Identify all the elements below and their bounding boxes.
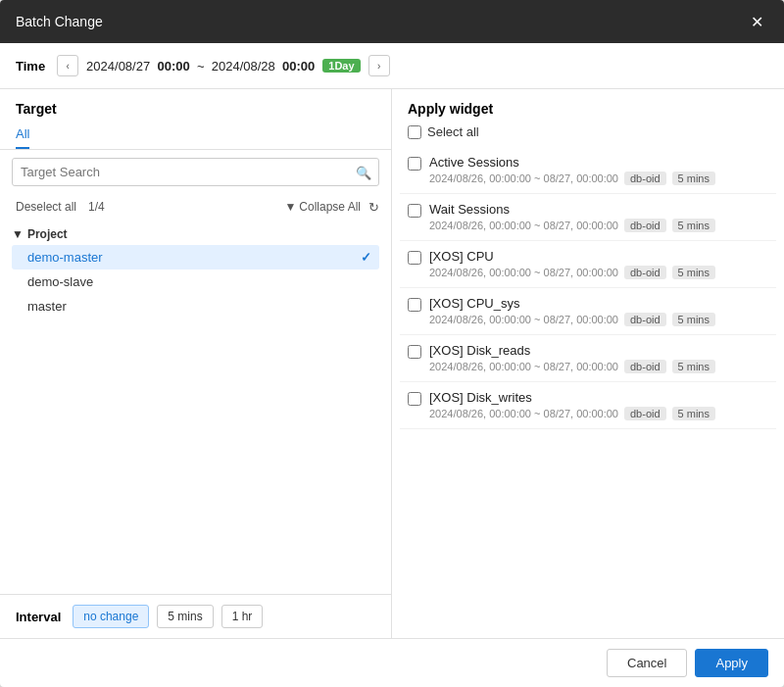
widget-info-active-sessions: Active Sessions 2024/08/26, 00:00:00 ~ 0… [429, 155, 768, 185]
refresh-button[interactable]: ↻ [368, 200, 379, 215]
tree-item-demo-slave[interactable]: demo-slave [12, 270, 379, 294]
controls-bar: Deselect all 1/4 ▼ Collapse All ↻ [0, 194, 391, 220]
target-panel-title: Target [0, 89, 391, 121]
widget-tag-interval: 5 mins [672, 266, 715, 279]
widget-item-wait-sessions: Wait Sessions 2024/08/26, 00:00:00 ~ 08/… [400, 194, 776, 241]
widget-checkbox-xos-disk-reads[interactable] [408, 345, 421, 359]
widget-date-range: 2024/08/26, 00:00:00 ~ 08/27, 00:00:00 [429, 220, 618, 231]
widget-tag-source: db-oid [624, 219, 666, 232]
time-bar: Time ‹ 2024/08/27 00:00 ~ 2024/08/28 00:… [0, 43, 784, 89]
widget-date-range: 2024/08/26, 00:00:00 ~ 08/27, 00:00:00 [429, 408, 618, 419]
search-icon: 🔍 [356, 165, 371, 179]
target-search-input[interactable] [12, 158, 379, 186]
time-duration-badge: 1Day [322, 59, 360, 73]
select-all-row: Select all [392, 121, 784, 147]
widget-tag-interval: 5 mins [672, 219, 715, 232]
widget-name: Wait Sessions [429, 202, 768, 217]
widget-item-xos-cpu: [XOS] CPU 2024/08/26, 00:00:00 ~ 08/27, … [400, 241, 776, 288]
cancel-button[interactable]: Cancel [607, 649, 687, 677]
widget-date-range: 2024/08/26, 00:00:00 ~ 08/27, 00:00:00 [429, 172, 618, 184]
widget-tag-source: db-oid [624, 360, 666, 373]
widget-info-xos-disk-reads: [XOS] Disk_reads 2024/08/26, 00:00:00 ~ … [429, 343, 768, 373]
tree-item-label: demo-slave [27, 274, 93, 289]
check-icon: ✓ [361, 250, 371, 265]
time-prev-button[interactable]: ‹ [57, 55, 78, 76]
select-all-label: Select all [427, 124, 479, 139]
close-button[interactable]: ✕ [745, 10, 768, 33]
content-area: Target All 🔍 Deselect all 1/4 ▼ Collapse… [0, 89, 784, 638]
tab-all[interactable]: All [16, 121, 29, 149]
tree-item-label: demo-master [27, 250, 103, 265]
widget-tag-source: db-oid [624, 407, 666, 420]
search-box: 🔍 [12, 158, 379, 186]
collapse-all-label: Collapse All [299, 200, 361, 214]
widget-info-wait-sessions: Wait Sessions 2024/08/26, 00:00:00 ~ 08/… [429, 202, 768, 232]
time-next-button[interactable]: › [368, 55, 390, 76]
select-all-checkbox[interactable] [408, 125, 421, 139]
widget-list: Active Sessions 2024/08/26, 00:00:00 ~ 0… [392, 147, 784, 638]
interval-bar: Interval no change 5 mins 1 hr [0, 594, 391, 638]
time-range-display: 2024/08/27 00:00 ~ 2024/08/28 00:00 [86, 59, 315, 74]
widget-meta: 2024/08/26, 00:00:00 ~ 08/27, 00:00:00 d… [429, 313, 768, 326]
tree-item-master[interactable]: master [12, 294, 379, 319]
widget-meta: 2024/08/26, 00:00:00 ~ 08/27, 00:00:00 d… [429, 172, 768, 185]
time-end-time: 00:00 [282, 59, 315, 74]
collapse-all-button[interactable]: ▼ Collapse All [284, 200, 361, 214]
project-group-label[interactable]: ▼ Project [12, 223, 379, 245]
widget-item-xos-cpu-sys: [XOS] CPU_sys 2024/08/26, 00:00:00 ~ 08/… [400, 288, 776, 335]
right-panel: Apply widget Select all Active Sessions … [392, 89, 784, 638]
widget-checkbox-active-sessions[interactable] [408, 157, 421, 171]
modal-title: Batch Change [16, 14, 103, 29]
time-end-date: 2024/08/28 [212, 59, 275, 74]
interval-label: Interval [16, 610, 61, 624]
tree-item-demo-master[interactable]: demo-master ✓ [12, 245, 379, 270]
widget-item-xos-disk-writes: [XOS] Disk_writes 2024/08/26, 00:00:00 ~… [400, 382, 776, 429]
collapse-arrow-icon: ▼ [284, 200, 296, 214]
widget-item-xos-disk-reads: [XOS] Disk_reads 2024/08/26, 00:00:00 ~ … [400, 335, 776, 382]
time-start-date: 2024/08/27 [86, 59, 150, 74]
deselect-all-button[interactable]: Deselect all [12, 198, 80, 216]
batch-change-modal: Batch Change ✕ Time ‹ 2024/08/27 00:00 ~… [0, 0, 784, 687]
widget-meta: 2024/08/26, 00:00:00 ~ 08/27, 00:00:00 d… [429, 219, 768, 232]
widget-item-active-sessions: Active Sessions 2024/08/26, 00:00:00 ~ 0… [400, 147, 776, 194]
widget-checkbox-xos-cpu[interactable] [408, 251, 421, 265]
widget-tag-source: db-oid [624, 266, 666, 279]
project-label: Project [27, 227, 68, 241]
apply-button[interactable]: Apply [695, 649, 768, 677]
left-panel: Target All 🔍 Deselect all 1/4 ▼ Collapse… [0, 89, 392, 638]
widget-tag-interval: 5 mins [672, 313, 715, 326]
widget-info-xos-cpu-sys: [XOS] CPU_sys 2024/08/26, 00:00:00 ~ 08/… [429, 296, 768, 326]
chevron-down-icon: ▼ [12, 227, 24, 241]
widget-meta: 2024/08/26, 00:00:00 ~ 08/27, 00:00:00 d… [429, 407, 768, 420]
widget-checkbox-xos-disk-writes[interactable] [408, 392, 421, 406]
interval-5mins-button[interactable]: 5 mins [157, 605, 213, 628]
tabs-bar: All [0, 121, 391, 150]
time-separator: ~ [197, 59, 205, 74]
widget-name: [XOS] CPU_sys [429, 296, 768, 311]
widget-tag-source: db-oid [624, 172, 666, 185]
widget-name: Active Sessions [429, 155, 768, 170]
modal-header: Batch Change ✕ [0, 0, 784, 43]
widget-tag-source: db-oid [624, 313, 666, 326]
interval-no-change-button[interactable]: no change [73, 605, 149, 628]
widget-name: [XOS] Disk_reads [429, 343, 768, 358]
widget-meta: 2024/08/26, 00:00:00 ~ 08/27, 00:00:00 d… [429, 360, 768, 373]
widget-checkbox-wait-sessions[interactable] [408, 204, 421, 218]
widget-name: [XOS] Disk_writes [429, 390, 768, 405]
apply-widget-title: Apply widget [392, 89, 784, 121]
interval-1hr-button[interactable]: 1 hr [221, 605, 264, 628]
widget-checkbox-xos-cpu-sys[interactable] [408, 298, 421, 312]
widget-tag-interval: 5 mins [672, 172, 715, 185]
modal-overlay: Batch Change ✕ Time ‹ 2024/08/27 00:00 ~… [0, 0, 784, 687]
widget-tag-interval: 5 mins [672, 360, 715, 373]
widget-info-xos-cpu: [XOS] CPU 2024/08/26, 00:00:00 ~ 08/27, … [429, 249, 768, 279]
tree-item-label: master [27, 299, 67, 314]
widget-name: [XOS] CPU [429, 249, 768, 264]
time-label: Time [16, 59, 45, 74]
tree-section: ▼ Project demo-master ✓ demo-slave maste… [0, 220, 391, 594]
widget-date-range: 2024/08/26, 00:00:00 ~ 08/27, 00:00:00 [429, 267, 618, 278]
widget-meta: 2024/08/26, 00:00:00 ~ 08/27, 00:00:00 d… [429, 266, 768, 279]
modal-footer: Cancel Apply [0, 638, 784, 687]
time-start-time: 00:00 [157, 59, 189, 74]
widget-info-xos-disk-writes: [XOS] Disk_writes 2024/08/26, 00:00:00 ~… [429, 390, 768, 420]
